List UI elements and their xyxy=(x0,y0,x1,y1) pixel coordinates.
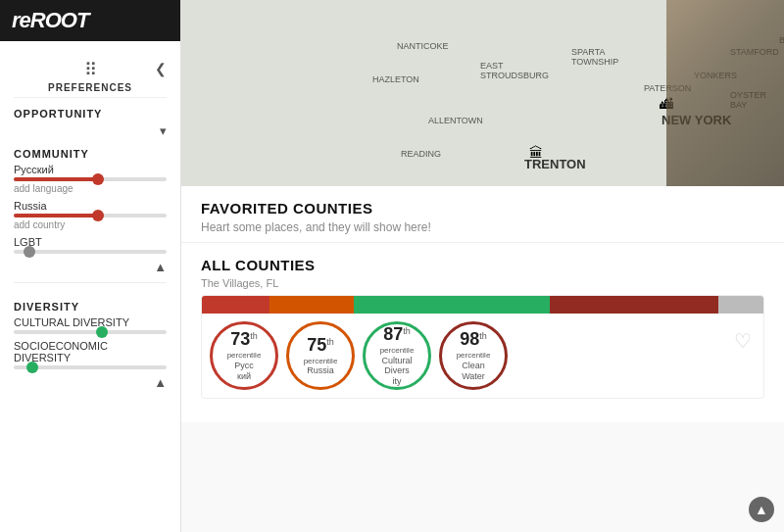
preferences-section: ⠿ PREFERENCES ❮ xyxy=(14,51,167,98)
metric-russian-sup: th xyxy=(250,331,258,341)
country-fill xyxy=(14,214,98,218)
map-photo-overlay xyxy=(666,0,784,186)
map-label-sparta: SPARTATOWNSHIP xyxy=(571,47,618,67)
map-label-reading: READING xyxy=(401,149,441,159)
progress-bar-row xyxy=(202,296,763,314)
progress-bar-cultural xyxy=(354,296,551,314)
map-label-hazleton: HAZLETON xyxy=(372,74,419,84)
all-counties-section: ALL COUNTIES The Villages, FL 73th perce… xyxy=(181,243,784,422)
progress-bar-gray xyxy=(718,296,763,314)
socioeconomic-diversity-slider-group: SOCIOECONOMIC DIVERSITY xyxy=(14,340,167,369)
metric-russia: 75th percentile Russia xyxy=(286,321,355,390)
cultural-diversity-slider-group: CULTURAL DIVERSITY xyxy=(14,316,167,334)
metrics-row: 73th percentile Русский 75th percentile … xyxy=(202,314,763,398)
metric-russia-number: 75 xyxy=(307,335,326,355)
language-slider-group: Русский add language xyxy=(14,164,167,194)
socioeconomic-diversity-label: SOCIOECONOMIC DIVERSITY xyxy=(14,340,167,363)
metric-russia-label: percentile xyxy=(304,357,338,366)
metric-cultural: 87th percentile CulturalDiversity xyxy=(363,321,431,390)
metric-russia-value: 75th xyxy=(307,335,334,356)
map-label-allentown: ALLENTOWN xyxy=(428,116,483,125)
country-track[interactable] xyxy=(14,214,167,218)
favorited-subtitle: Heart some places, and they will show he… xyxy=(201,220,764,234)
metric-cultural-sup: th xyxy=(403,326,411,336)
opportunity-section: OPPORTUNITY ▾ xyxy=(14,108,167,138)
socioeconomic-diversity-track[interactable] xyxy=(14,365,167,369)
add-language-link[interactable]: add language xyxy=(14,183,167,194)
progress-bar-clean-water xyxy=(550,296,718,314)
country-label: Russia xyxy=(14,200,167,212)
metric-water-label: percentile xyxy=(457,351,491,361)
metric-russia-sublabel: Russia xyxy=(307,365,334,376)
preferences-label: PREFERENCES xyxy=(48,82,132,93)
metric-russian: 73th percentile Русский xyxy=(210,321,278,390)
language-track[interactable] xyxy=(14,177,167,181)
heart-icon[interactable]: ♡ xyxy=(730,325,756,357)
diversity-header: DIVERSITY xyxy=(14,301,167,313)
diversity-collapse[interactable]: ▲ xyxy=(14,375,167,390)
cultural-diversity-track[interactable] xyxy=(14,330,167,334)
country-slider-group: Russia add country xyxy=(14,200,167,230)
community-section: COMMUNITY Русский add language Russia ad… xyxy=(14,148,167,274)
cultural-diversity-thumb[interactable] xyxy=(96,326,108,338)
opportunity-header: OPPORTUNITY xyxy=(14,108,167,120)
sidebar: reROOT ⠿ PREFERENCES ❮ OPPORTUNITY ▾ COM… xyxy=(0,0,181,532)
metric-russian-label: percentile xyxy=(227,351,262,361)
metric-russian-value: 73th xyxy=(230,329,258,350)
metric-cultural-label: percentile xyxy=(380,346,415,356)
county-card: 73th percentile Русский 75th percentile … xyxy=(201,295,764,399)
scroll-up-button[interactable]: ▲ xyxy=(749,497,774,522)
app-logo: reROOT xyxy=(12,8,88,33)
progress-bar-russia xyxy=(270,296,354,314)
metric-water: 98th percentile CleanWater xyxy=(439,321,508,390)
metric-water-number: 98 xyxy=(460,329,479,349)
diversity-section: DIVERSITY CULTURAL DIVERSITY SOCIOECONOM… xyxy=(14,282,167,390)
preferences-icon: ⠿ xyxy=(84,59,97,80)
metric-water-sublabel: CleanWater xyxy=(462,361,485,382)
metric-cultural-sublabel: CulturalDiversity xyxy=(381,356,412,387)
map-label-nanticoke: NANTICOKE xyxy=(397,41,449,51)
metric-russian-number: 73 xyxy=(230,329,250,349)
main-content: NANTICOKE HAZLETON EASTSTROUDSBURG SPART… xyxy=(181,0,784,532)
community-header: COMMUNITY xyxy=(14,148,167,160)
metric-russia-sup: th xyxy=(326,336,334,346)
language-thumb[interactable] xyxy=(92,173,104,185)
opportunity-expand[interactable]: ▾ xyxy=(14,123,167,138)
add-country-link[interactable]: add country xyxy=(14,219,167,230)
favorited-section: FAVORITED COUNTIES Heart some places, an… xyxy=(181,186,784,243)
cultural-diversity-label: CULTURAL DIVERSITY xyxy=(14,316,167,328)
sidebar-body: ⠿ PREFERENCES ❮ OPPORTUNITY ▾ COMMUNITY … xyxy=(0,41,180,532)
all-counties-title: ALL COUNTIES xyxy=(201,257,764,273)
county-name: The Villages, FL xyxy=(201,277,764,289)
socioeconomic-diversity-thumb[interactable] xyxy=(26,362,38,373)
map-area: NANTICOKE HAZLETON EASTSTROUDSBURG SPART… xyxy=(181,0,784,186)
country-thumb[interactable] xyxy=(92,210,104,221)
favorited-title: FAVORITED COUNTIES xyxy=(201,200,764,217)
metric-water-sup: th xyxy=(479,331,487,341)
lgbt-thumb[interactable] xyxy=(24,246,35,258)
map-icon-trenton: 🏛 xyxy=(529,145,543,161)
lgbt-slider-group: LGBT xyxy=(14,236,167,254)
language-label: Русский xyxy=(14,164,167,175)
map-background: NANTICOKE HAZLETON EASTSTROUDSBURG SPART… xyxy=(181,0,784,186)
metric-cultural-number: 87 xyxy=(383,324,403,344)
language-fill xyxy=(14,177,98,181)
metric-cultural-value: 87th xyxy=(383,324,411,345)
lgbt-track[interactable] xyxy=(14,250,167,254)
lgbt-label: LGBT xyxy=(14,236,167,248)
progress-bar-russian xyxy=(202,296,270,314)
preferences-collapse-arrow[interactable]: ❮ xyxy=(155,61,167,76)
metric-russian-sublabel: Русский xyxy=(234,361,253,382)
community-collapse[interactable]: ▲ xyxy=(14,260,167,274)
logo-area: reROOT xyxy=(0,0,180,41)
metric-water-value: 98th xyxy=(460,329,487,350)
map-label-east-stroudsburg: EASTSTROUDSBURG xyxy=(480,61,549,80)
